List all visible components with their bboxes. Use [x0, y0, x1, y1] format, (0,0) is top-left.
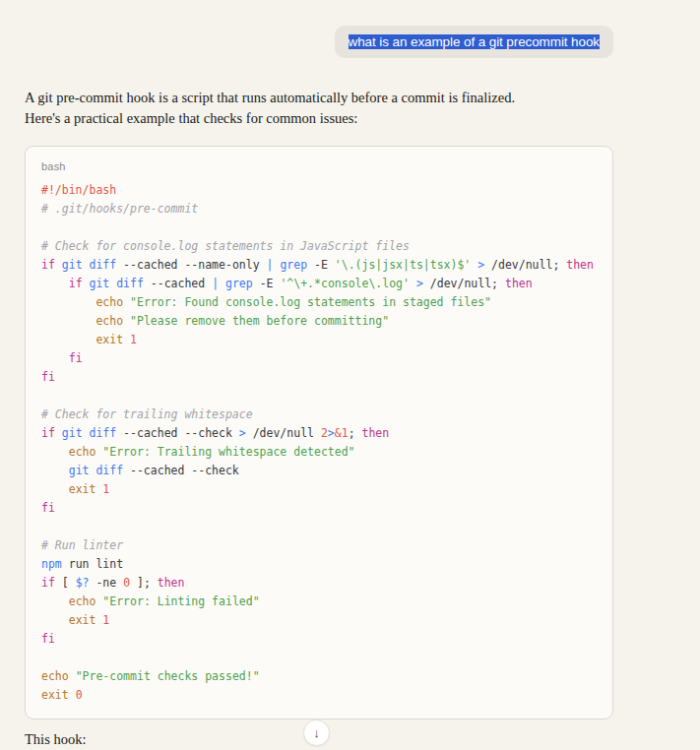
code-line: if [ $? -ne 0 ]; then: [41, 574, 597, 593]
assistant-intro-line1: A git pre-commit hook is a script that r…: [25, 88, 613, 108]
user-message-text: what is an example of a git precommit ho…: [349, 34, 600, 49]
code-line: # .git/hooks/pre-commit: [41, 200, 597, 219]
code-line: [41, 219, 597, 237]
user-message-bubble[interactable]: what is an example of a git precommit ho…: [335, 26, 613, 58]
code-line: exit 1: [41, 331, 597, 349]
scroll-to-bottom-button[interactable]: ↓: [303, 719, 330, 746]
code-line: [41, 518, 597, 536]
code-line: echo "Please remove them before committi…: [41, 312, 597, 331]
code-line: git diff --cached --check: [41, 462, 597, 480]
assistant-intro: A git pre-commit hook is a script that r…: [25, 88, 613, 129]
code-line: [41, 387, 597, 406]
code-block: bash #!/bin/bash# .git/hooks/pre-commit#…: [25, 146, 613, 719]
code-line: fi: [41, 349, 597, 368]
code-line: echo "Error: Linting failed": [41, 593, 597, 611]
code-line: if git diff --cached | grep -E '^\+.*con…: [41, 275, 597, 293]
code-line: echo "Pre-commit checks passed!": [41, 667, 597, 686]
code-line: if git diff --cached --check > /dev/null…: [41, 424, 597, 443]
code-line: exit 0: [41, 686, 597, 705]
chat-page: what is an example of a git precommit ho…: [0, 0, 700, 750]
code-line: # Check for trailing whitespace: [41, 406, 597, 424]
code-language-label: bash: [26, 147, 612, 181]
code-line: echo "Error: Found console.log statement…: [41, 293, 597, 312]
user-message-row: what is an example of a git precommit ho…: [25, 0, 613, 58]
code-line: exit 1: [41, 480, 597, 499]
chat-content: what is an example of a git precommit ho…: [25, 0, 613, 748]
code-line: if git diff --cached --name-only | grep …: [41, 256, 597, 275]
code-line: exit 1: [41, 611, 597, 630]
code-line: # Run linter: [41, 536, 597, 555]
assistant-intro-line2: Here's a practical example that checks f…: [25, 108, 613, 129]
code-line: echo "Error: Trailing whitespace detecte…: [41, 443, 597, 462]
arrow-down-icon: ↓: [313, 725, 320, 740]
code-line: # Check for console.log statements in Ja…: [41, 237, 597, 256]
code-line: fi: [41, 368, 597, 387]
code-line: [41, 649, 597, 667]
code-content: #!/bin/bash# .git/hooks/pre-commit# Chec…: [26, 181, 612, 719]
code-line: fi: [41, 499, 597, 518]
code-line: fi: [41, 630, 597, 649]
code-line: #!/bin/bash: [41, 181, 597, 200]
code-line: npm run lint: [41, 555, 597, 574]
